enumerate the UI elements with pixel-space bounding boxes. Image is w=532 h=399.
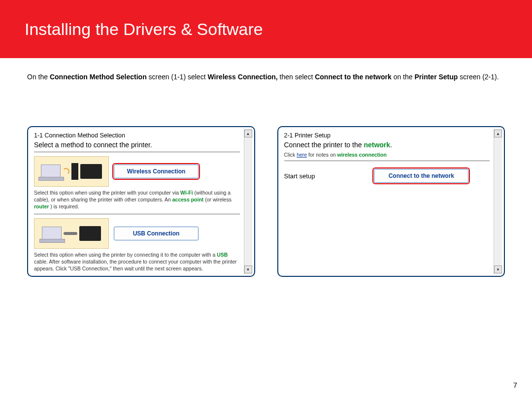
panel2-title: 2-1 Printer Setup [284, 131, 490, 141]
text: screen (2-1). [460, 73, 499, 81]
scroll-up-icon[interactable]: ▲ [244, 130, 252, 137]
scrollbar[interactable]: ▲ ▼ [244, 129, 252, 274]
text: ) is required. [50, 203, 79, 209]
laptop-icon [42, 227, 62, 240]
panel2-note: Click here for notes on wireless connect… [284, 152, 490, 161]
text: Connect the printer to the [284, 141, 364, 149]
text-router: router [34, 203, 49, 209]
text-wireless-connection: wireless connection [337, 152, 386, 158]
text: (or wireless [205, 197, 232, 202]
panel-connection-method: 1-1 Connection Method Selection Select a… [27, 126, 255, 277]
text: screen (1-1) select [149, 73, 208, 81]
wireless-option-row: Wireless Connection [34, 155, 240, 188]
divider [34, 214, 240, 214]
slide-title: Installing the Drivers & Software [25, 20, 263, 39]
panel1-instruction: Select a method to connect the printer. [34, 141, 240, 152]
wireless-description: Select this option when using the printe… [34, 188, 240, 214]
text-usb: USB [217, 252, 228, 258]
text-bold: Connection Method Selection [50, 73, 147, 81]
text-bold: Printer Setup [414, 73, 458, 81]
scroll-down-icon[interactable]: ▼ [244, 266, 252, 273]
wireless-connection-button[interactable]: Wireless Connection [114, 165, 199, 178]
divider [34, 152, 240, 152]
laptop-icon [41, 165, 61, 178]
text: Click [284, 152, 297, 158]
scroll-up-icon[interactable]: ▲ [494, 130, 502, 137]
text: Select this option when using the printe… [34, 190, 180, 196]
instruction-paragraph: On the Connection Method Selection scree… [0, 58, 532, 82]
start-setup-label: Start setup [284, 172, 315, 180]
text: . [390, 141, 392, 149]
start-setup-row: Start setup Connect to the network [284, 164, 490, 183]
text: for notes on [307, 152, 337, 158]
panel1-title: 1-1 Connection Method Selection [34, 131, 240, 141]
panel-printer-setup: 2-1 Printer Setup Connect the printer to… [277, 126, 505, 277]
text-bold: Wireless Connection, [207, 73, 277, 81]
wifi-wave-icon [63, 168, 69, 175]
usb-connection-button[interactable]: USB Connection [114, 227, 199, 240]
text: on the [394, 73, 415, 81]
usb-option-row: USB Connection [34, 217, 240, 250]
text: On the [27, 73, 50, 81]
text: cable. After software installation, the … [34, 259, 236, 271]
text-network: network [364, 141, 390, 149]
text: Select this option when using the printe… [34, 252, 217, 258]
here-link[interactable]: here [297, 152, 307, 158]
printer-icon [80, 164, 102, 179]
text-wifi: Wi-Fi [180, 190, 193, 196]
slide-header: Installing the Drivers & Software [0, 0, 532, 58]
divider [284, 161, 490, 161]
cable-icon [64, 232, 77, 235]
text-accesspoint: access point [172, 197, 204, 202]
router-icon [71, 163, 78, 180]
scroll-down-icon[interactable]: ▼ [494, 266, 502, 273]
page-number: 7 [513, 381, 517, 389]
panel2-line1: Connect the printer to the network. [284, 141, 490, 152]
printer-icon [79, 226, 101, 241]
text-bold: Connect to the network [315, 73, 392, 81]
usb-description: Select this option when using the printe… [34, 250, 240, 276]
connect-to-network-button[interactable]: Connect to the network [374, 169, 468, 183]
scrollbar[interactable]: ▲ ▼ [494, 129, 502, 274]
usb-illustration [34, 218, 109, 249]
text: then select [280, 73, 315, 81]
wireless-illustration [34, 156, 109, 187]
